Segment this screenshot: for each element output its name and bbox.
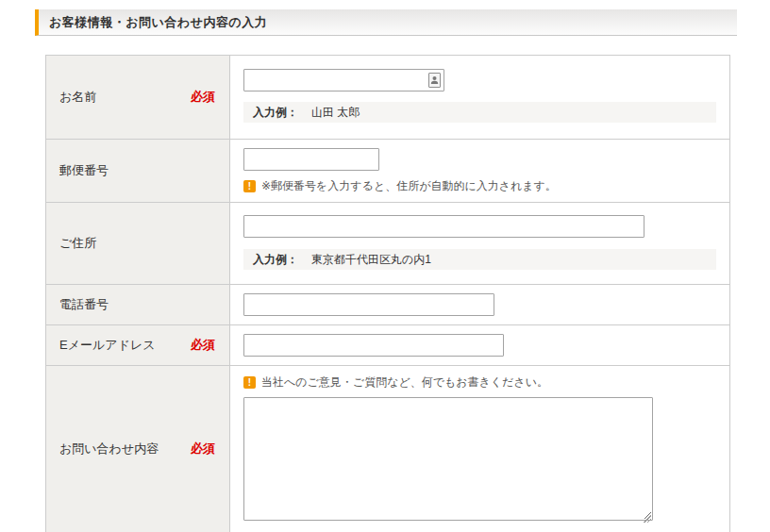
example-label: 入力例：: [253, 252, 298, 268]
name-example-hint: 入力例： 山田 太郎: [243, 102, 716, 123]
contact-form-table: お名前 必須 入力例： 山田 太郎: [45, 55, 730, 532]
postal-code-input[interactable]: [243, 148, 379, 171]
phone-label-cell: 電話番号: [46, 285, 230, 325]
page-title: お客様情報・お問い合わせ内容の入力: [49, 14, 267, 31]
inquiry-note: ! 当社へのご意見・ご質問など、何でもお書きください。: [243, 374, 716, 391]
name-label-cell: お名前 必須: [46, 56, 230, 140]
example-value: 東京都千代田区丸の内1: [311, 252, 431, 268]
email-label: Eメールアドレス: [59, 337, 156, 354]
address-label-cell: ご住所: [46, 203, 230, 285]
form-row-email: Eメールアドレス 必須: [46, 325, 730, 366]
form-row-address: ご住所 入力例： 東京都千代田区丸の内1: [46, 203, 730, 285]
name-label: お名前: [59, 89, 96, 106]
email-value-cell: [230, 325, 730, 366]
postal-label-cell: 郵便番号: [46, 140, 230, 203]
example-label: 入力例：: [253, 105, 298, 121]
inquiry-note-text: 当社へのご意見・ご質問など、何でもお書きください。: [261, 374, 548, 391]
form-row-inquiry: お問い合わせ内容 必須 ! 当社へのご意見・ご質問など、何でもお書きください。: [46, 366, 730, 532]
inquiry-textarea[interactable]: [243, 397, 653, 521]
postal-note: ! ※郵便番号を入力すると、住所が自動的に入力されます。: [243, 178, 716, 194]
name-value-cell: 入力例： 山田 太郎: [230, 56, 730, 140]
form-row-name: お名前 必須 入力例： 山田 太郎: [46, 56, 730, 140]
form-row-phone: 電話番号: [46, 285, 730, 325]
alert-icon: !: [243, 180, 256, 192]
address-value-cell: 入力例： 東京都千代田区丸の内1: [230, 203, 730, 285]
phone-input[interactable]: [243, 293, 494, 316]
email-required-badge: 必須: [191, 337, 215, 354]
postal-label: 郵便番号: [59, 162, 109, 179]
contact-form-page: お客様情報・お問い合わせ内容の入力 お名前 必須: [0, 0, 770, 532]
inquiry-required-badge: 必須: [191, 441, 215, 457]
address-example-hint: 入力例： 東京都千代田区丸の内1: [243, 249, 716, 270]
inquiry-label-cell: お問い合わせ内容 必須: [46, 366, 230, 532]
form-row-postal: 郵便番号 ! ※郵便番号を入力すると、住所が自動的に入力されます。: [46, 140, 730, 203]
alert-icon: !: [243, 376, 256, 389]
inquiry-value-cell: ! 当社へのご意見・ご質問など、何でもお書きください。: [230, 366, 730, 532]
autofill-person-icon[interactable]: [428, 73, 441, 88]
phone-value-cell: [230, 285, 730, 325]
phone-label: 電話番号: [59, 296, 109, 313]
textarea-resize-handle[interactable]: [643, 514, 651, 523]
example-value: 山田 太郎: [311, 105, 360, 121]
address-label: ご住所: [59, 235, 96, 252]
address-input[interactable]: [243, 215, 644, 238]
section-header: お客様情報・お問い合わせ内容の入力: [35, 9, 737, 36]
email-input[interactable]: [243, 334, 504, 357]
name-required-badge: 必須: [191, 89, 215, 106]
inquiry-label: お問い合わせ内容: [59, 441, 159, 457]
postal-value-cell: ! ※郵便番号を入力すると、住所が自動的に入力されます。: [230, 140, 730, 203]
email-label-cell: Eメールアドレス 必須: [46, 325, 230, 366]
postal-note-text: ※郵便番号を入力すると、住所が自動的に入力されます。: [261, 178, 557, 194]
name-input[interactable]: [243, 69, 444, 91]
